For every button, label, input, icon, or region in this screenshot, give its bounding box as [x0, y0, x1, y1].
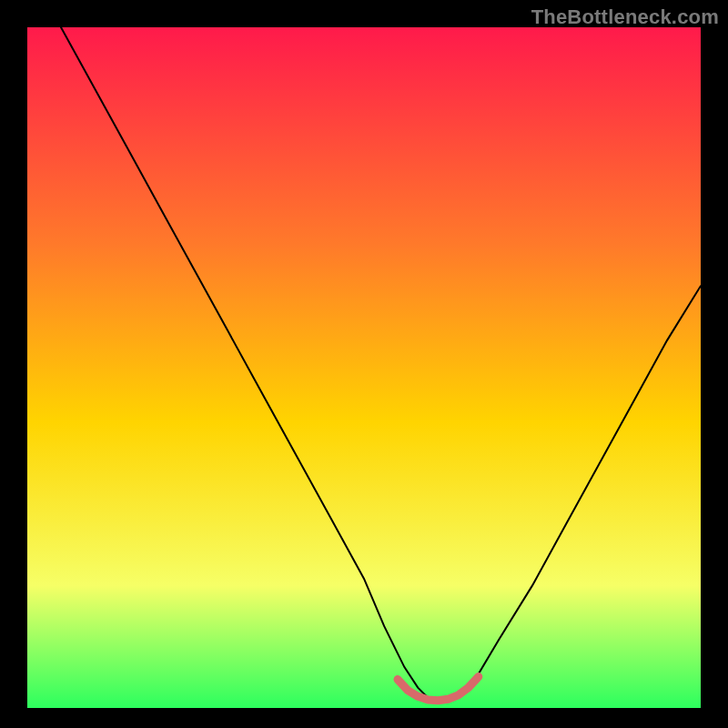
gradient-background	[27, 27, 701, 708]
bottleneck-chart	[27, 27, 701, 708]
chart-frame: TheBottleneck.com	[0, 0, 728, 728]
plot-area	[27, 27, 701, 708]
watermark-text: TheBottleneck.com	[531, 5, 719, 29]
